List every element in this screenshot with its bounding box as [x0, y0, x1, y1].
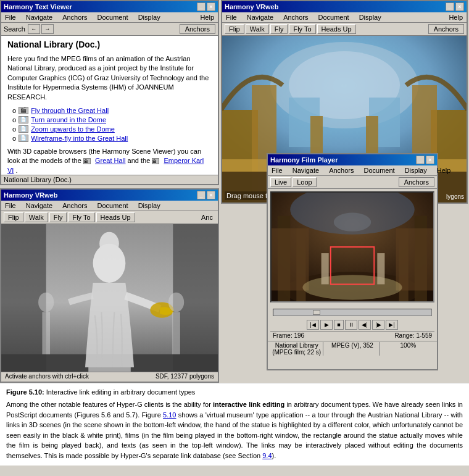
- caption-text-4: ).: [272, 452, 276, 459]
- skip-end-button[interactable]: ▶|: [386, 320, 398, 330]
- flyto-button[interactable]: Fly To: [289, 24, 315, 34]
- film-frame-info: Frame: 196 Range: 1-559: [270, 331, 434, 340]
- step-back-button[interactable]: ◀|: [359, 320, 371, 330]
- vrweb-bottom-close[interactable]: ×: [207, 191, 215, 199]
- doc-body: Here you find the MPEG films of an anima…: [7, 54, 212, 102]
- search-toolbar: Search ← → Anchors: [1, 23, 218, 36]
- film-anchors[interactable]: Anchors: [326, 166, 356, 175]
- film-close-btn[interactable]: ×: [426, 156, 434, 164]
- film-scrollbar[interactable]: [273, 309, 432, 316]
- vrweb-top-help[interactable]: Help: [446, 13, 465, 22]
- headsup-button[interactable]: Heads Up: [317, 24, 356, 34]
- play-button[interactable]: ▶: [320, 320, 333, 330]
- status-doc-name: National Library (Doc.): [4, 176, 72, 183]
- svg-rect-23: [322, 253, 329, 284]
- zoom-icon: 📄: [19, 125, 28, 133]
- film-min-btn[interactable]: _: [416, 156, 425, 164]
- vrweb-top-toolbar: Flip Walk Fly Fly To Heads Up Anchors: [222, 23, 467, 36]
- film-document[interactable]: Document: [362, 166, 397, 175]
- film-anchors-btn[interactable]: Anchors: [399, 177, 434, 187]
- range-label: Range: 1-559: [394, 332, 432, 339]
- film-codec-status: MPEG (V), 352: [326, 342, 379, 356]
- stop-button[interactable]: ■: [334, 320, 344, 330]
- bot-headsup-button[interactable]: Heads Up: [96, 212, 135, 222]
- vrweb-bottom-toolbar: Flip Walk Fly Fly To Heads Up Anc: [1, 211, 218, 224]
- vrweb-bottom-viewport[interactable]: Activate anchors with ctrl+click SDF, 12…: [1, 224, 218, 380]
- film-file[interactable]: File: [269, 166, 285, 175]
- film-display[interactable]: Display: [402, 166, 430, 175]
- forward-button[interactable]: →: [41, 24, 54, 34]
- svg-rect-24: [377, 253, 384, 284]
- anchors-button[interactable]: Anchors: [180, 24, 215, 34]
- svg-point-37: [168, 293, 184, 312]
- bot-walk-button[interactable]: Walk: [25, 212, 48, 222]
- link-wireframe[interactable]: Wireframe-fly into the Great Hall: [31, 135, 128, 142]
- vrweb-top-file[interactable]: File: [223, 13, 239, 22]
- statue-scene-svg: [1, 224, 218, 380]
- svg-point-35: [38, 293, 54, 312]
- link-fly-hall[interactable]: Fly through the Great Hall: [31, 107, 109, 114]
- menu-file[interactable]: File: [2, 13, 19, 22]
- link-item-2: o 📄 Turn around in the Dome: [12, 116, 212, 123]
- vrweb-top-title: Harmony VRweb: [225, 3, 278, 10]
- film-scrollbar-thumb[interactable]: [313, 310, 320, 315]
- caption-text-1: Among the other notable features of Hype…: [6, 401, 213, 408]
- vrweb-top-display[interactable]: Display: [357, 13, 384, 22]
- vrweb-top-document[interactable]: Document: [316, 13, 352, 22]
- caption-link-94[interactable]: 9.4: [262, 452, 272, 459]
- walk-button[interactable]: Walk: [246, 24, 269, 34]
- vrweb-bottom-min[interactable]: _: [197, 191, 205, 199]
- flip-button[interactable]: Flip: [225, 24, 244, 34]
- bottom-text-2: and the: [128, 157, 152, 164]
- film-player-toolbar: Live Loop Anchors: [268, 176, 437, 189]
- film-name-status: National Library (MPEG film; 22 s): [270, 342, 323, 356]
- wire-icon: 📄: [19, 135, 28, 142]
- menu-document[interactable]: Document: [95, 13, 131, 22]
- svg-rect-38: [172, 312, 180, 354]
- step-fwd-button[interactable]: |▶: [372, 320, 384, 330]
- great-hall-link[interactable]: Great Hall: [95, 157, 126, 164]
- vrweb-top-anchors-btn[interactable]: Anchors: [428, 24, 464, 34]
- pause-button[interactable]: ⏸: [345, 320, 357, 330]
- menu-navigate[interactable]: Navigate: [23, 13, 55, 22]
- bot-flip-button[interactable]: Flip: [4, 212, 23, 222]
- back-button[interactable]: ←: [28, 24, 40, 34]
- caption-link-510[interactable]: 5.10: [163, 411, 176, 419]
- film-navigate[interactable]: Navigate: [290, 166, 322, 175]
- bot-flyto-button[interactable]: Fly To: [68, 212, 94, 222]
- vrweb-bot-document[interactable]: Document: [95, 201, 131, 210]
- bottom-text-3: .: [15, 167, 17, 174]
- film-player-window: Harmony Film Player _ × File Navigate An…: [267, 153, 438, 370]
- close-button[interactable]: ×: [207, 2, 215, 11]
- film-statusbar: National Library (MPEG film; 22 s) MPEG …: [268, 341, 437, 356]
- vrweb-bot-navigate[interactable]: Navigate: [23, 201, 55, 210]
- menu-help[interactable]: Help: [197, 13, 217, 22]
- vrweb-bot-anchors[interactable]: Anchors: [60, 201, 89, 210]
- menu-anchors[interactable]: Anchors: [60, 13, 89, 22]
- live-button[interactable]: Live: [270, 177, 291, 187]
- film-quality-status: 100%: [382, 342, 434, 356]
- link-zoom-dome[interactable]: Zoom upwards to the Dome: [31, 125, 115, 133]
- fly-button[interactable]: Fly: [270, 24, 288, 34]
- loop-button[interactable]: Loop: [293, 177, 316, 187]
- menu-display[interactable]: Display: [136, 13, 163, 22]
- svg-point-22: [302, 275, 402, 299]
- svg-rect-36: [42, 312, 50, 354]
- link-turn-dome[interactable]: Turn around in the Dome: [31, 116, 106, 123]
- link-item-4: o 📄 Wireframe-fly into the Great Hall: [12, 135, 212, 142]
- vrweb-bottom-title-btns: _ ×: [197, 191, 215, 199]
- film-help[interactable]: Help: [434, 166, 454, 175]
- vrweb-top-anchors[interactable]: Anchors: [281, 13, 310, 22]
- link-item-1: o 🎬 Fly through the Great Hall: [12, 107, 212, 114]
- vrweb-bot-file[interactable]: File: [2, 201, 19, 210]
- vrweb-top-close[interactable]: ×: [455, 2, 464, 11]
- vrweb-bot-display[interactable]: Display: [136, 201, 163, 210]
- bot-fly-button[interactable]: Fly: [49, 212, 67, 222]
- vrweb-top-navigate[interactable]: Navigate: [244, 13, 276, 22]
- vrweb-top-min[interactable]: _: [446, 2, 454, 11]
- turn-icon: 📄: [19, 116, 28, 123]
- skip-start-button[interactable]: |◀: [307, 320, 319, 330]
- vrweb-bottom-menubar: File Navigate Anchors Document Display: [1, 201, 218, 211]
- minimize-button[interactable]: _: [197, 2, 205, 11]
- film-viewport[interactable]: [270, 191, 434, 303]
